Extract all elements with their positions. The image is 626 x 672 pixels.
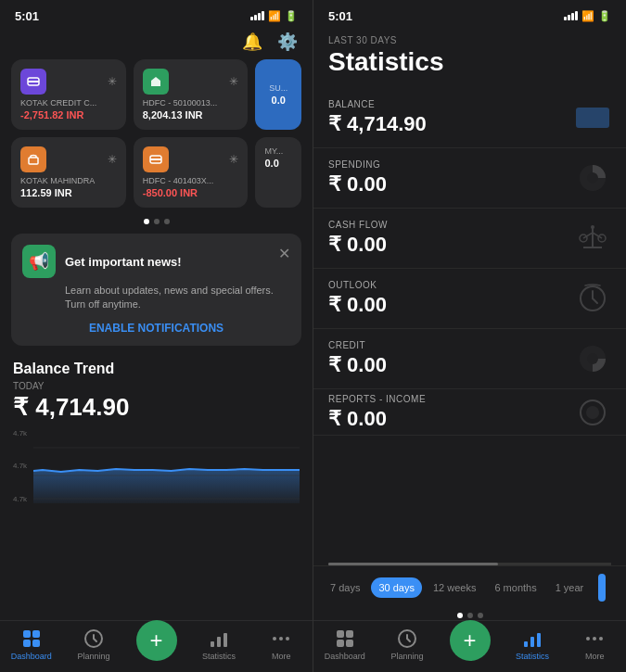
stat-credit[interactable]: CREDIT ₹ 0.00 bbox=[313, 329, 626, 389]
svg-rect-10 bbox=[23, 640, 31, 647]
add-button[interactable]: + bbox=[136, 620, 177, 661]
gear-icon[interactable]: ⚙️ bbox=[277, 32, 298, 52]
hdfc-401403-name: HDFC - 401403X... bbox=[143, 176, 239, 185]
nav-more-label: More bbox=[272, 652, 291, 661]
nav-add[interactable]: + bbox=[125, 629, 187, 661]
tab-30days[interactable]: 30 days bbox=[371, 577, 422, 598]
right-add-button[interactable]: + bbox=[450, 620, 491, 661]
kotak-mahindra-amount: 112.59 INR bbox=[20, 187, 117, 198]
scroll-indicator bbox=[598, 574, 606, 602]
my-card[interactable]: MY... 0.0 bbox=[255, 137, 301, 208]
right-carousel-dots bbox=[313, 609, 626, 620]
right-signal-bars bbox=[564, 11, 578, 20]
right-planning-icon bbox=[397, 628, 417, 649]
hdfc-savings-icon bbox=[143, 69, 169, 95]
nav-more[interactable]: More bbox=[250, 628, 313, 661]
right-dashboard-icon bbox=[335, 628, 355, 649]
svg-rect-11 bbox=[32, 640, 40, 647]
tab-7days[interactable]: 7 days bbox=[323, 577, 367, 598]
balance-trend-amount: ₹ 4,714.90 bbox=[13, 393, 300, 422]
svg-point-39 bbox=[586, 637, 590, 640]
stat-balance[interactable]: BALANCE ₹ 4,714.90 bbox=[313, 88, 626, 148]
svg-point-28 bbox=[587, 353, 598, 364]
svg-rect-14 bbox=[217, 637, 221, 647]
right-nav-statistics[interactable]: Statistics bbox=[501, 628, 563, 661]
signal-bars bbox=[250, 11, 264, 20]
right-nav-dashboard-label: Dashboard bbox=[325, 652, 365, 661]
bell-icon[interactable]: 🔔 bbox=[242, 32, 262, 52]
credit-value: ₹ 0.00 bbox=[328, 353, 387, 377]
stat-spending[interactable]: SPENDING ₹ 0.00 bbox=[313, 148, 626, 209]
svg-rect-36 bbox=[524, 641, 528, 647]
hdfc-savings-card[interactable]: ✳ HDFC - 50100013... 8,204.13 INR bbox=[134, 59, 249, 130]
card-icon-row: ✳ bbox=[143, 69, 239, 95]
kotak-mahindra-icon bbox=[20, 146, 46, 172]
wifi-icon: 📶 bbox=[268, 10, 281, 22]
cashflow-label: CASH FLOW bbox=[328, 220, 388, 230]
my-card-name: MY... bbox=[264, 146, 292, 156]
right-nav-planning[interactable]: Planning bbox=[376, 628, 438, 661]
hdfc-savings-amount: 8,204.13 INR bbox=[143, 109, 239, 120]
notification-close[interactable]: ✕ bbox=[278, 245, 290, 262]
svg-rect-4 bbox=[150, 158, 161, 160]
svg-rect-33 bbox=[337, 640, 344, 647]
nav-statistics[interactable]: Statistics bbox=[187, 628, 249, 661]
nav-dashboard-label: Dashboard bbox=[11, 652, 52, 661]
hdfc-401403-card[interactable]: ✳ HDFC - 401403X... -850.00 INR bbox=[134, 137, 249, 208]
more-icon bbox=[271, 628, 291, 649]
notification-icon: 📢 bbox=[22, 245, 56, 278]
svg-rect-31 bbox=[337, 630, 344, 638]
right-nav-statistics-label: Statistics bbox=[516, 652, 549, 661]
outlook-label: OUTLOOK bbox=[328, 280, 387, 290]
partial-blue-card[interactable]: SU... 0.0 bbox=[255, 59, 301, 130]
svg-point-18 bbox=[286, 637, 289, 640]
reports-income-value: ₹ 0.00 bbox=[328, 407, 426, 431]
kotak-credit-card[interactable]: ✳ KOTAK CREDIT C... -2,751.82 INR bbox=[11, 59, 126, 130]
tab-1year[interactable]: 1 year bbox=[548, 577, 592, 598]
tab-6months[interactable]: 6 months bbox=[487, 577, 543, 598]
spending-label: SPENDING bbox=[328, 159, 387, 170]
chart-label-1: 4.7k bbox=[13, 429, 27, 437]
svg-rect-15 bbox=[224, 633, 227, 647]
dot-3 bbox=[164, 219, 170, 224]
right-nav-dashboard[interactable]: Dashboard bbox=[313, 628, 376, 661]
left-bottom-nav: Dashboard Planning + Statistics bbox=[0, 620, 313, 672]
chart-area bbox=[33, 429, 300, 503]
outlook-icon bbox=[574, 280, 611, 317]
right-nav-more[interactable]: More bbox=[564, 628, 626, 661]
partial-card-name: SU... bbox=[264, 83, 292, 93]
stat-cashflow[interactable]: CASH FLOW ₹ 0.00 bbox=[313, 209, 626, 269]
balance-icon bbox=[574, 99, 611, 136]
svg-rect-9 bbox=[32, 630, 40, 638]
dot-1 bbox=[144, 219, 149, 224]
stat-reports-income[interactable]: REPORTS - INCOME ₹ 0.00 bbox=[313, 389, 626, 436]
credit-label: CREDIT bbox=[328, 340, 387, 350]
right-header: LAST 30 DAYS Statistics bbox=[313, 28, 626, 88]
svg-rect-13 bbox=[211, 641, 214, 647]
nav-planning[interactable]: Planning bbox=[62, 628, 124, 661]
right-nav-planning-label: Planning bbox=[391, 652, 424, 661]
stat-outlook[interactable]: OUTLOOK ₹ 0.00 bbox=[313, 269, 626, 329]
dashboard-icon bbox=[21, 628, 42, 649]
right-statistics-icon bbox=[522, 628, 543, 649]
svg-point-40 bbox=[593, 637, 596, 640]
notification-card: 📢 Get important news! ✕ Learn about upda… bbox=[11, 234, 301, 346]
enable-notifications-button[interactable]: ENABLE NOTIFICATIONS bbox=[22, 322, 290, 335]
svg-point-17 bbox=[279, 637, 283, 640]
kotak-mahindra-card[interactable]: ✳ KOTAK MAHINDRA 112.59 INR bbox=[11, 137, 126, 208]
spending-value: ₹ 0.00 bbox=[328, 172, 387, 197]
balance-trend: Balance Trend TODAY ₹ 4,714.90 4.7k 4.7k… bbox=[0, 351, 313, 620]
balance-value: ₹ 4,714.90 bbox=[328, 112, 427, 136]
right-bottom-nav: Dashboard Planning + Statistics bbox=[313, 620, 626, 672]
kotak-credit-icon bbox=[20, 69, 46, 95]
right-nav-more-label: More bbox=[585, 652, 605, 661]
nav-dashboard[interactable]: Dashboard bbox=[0, 628, 62, 661]
right-nav-add[interactable]: + bbox=[439, 629, 501, 661]
balance-trend-title: Balance Trend bbox=[13, 361, 300, 377]
spending-icon bbox=[574, 159, 611, 197]
hdfc-401403-amount: -850.00 INR bbox=[143, 187, 239, 198]
tab-12weeks[interactable]: 12 weeks bbox=[426, 577, 483, 598]
card-refresh-icon4: ✳ bbox=[229, 153, 238, 166]
planning-icon bbox=[83, 628, 104, 649]
left-panel: 5:01 📶 🔋 🔔 ⚙️ ✳ KOTAK CREDIT C bbox=[0, 0, 313, 672]
